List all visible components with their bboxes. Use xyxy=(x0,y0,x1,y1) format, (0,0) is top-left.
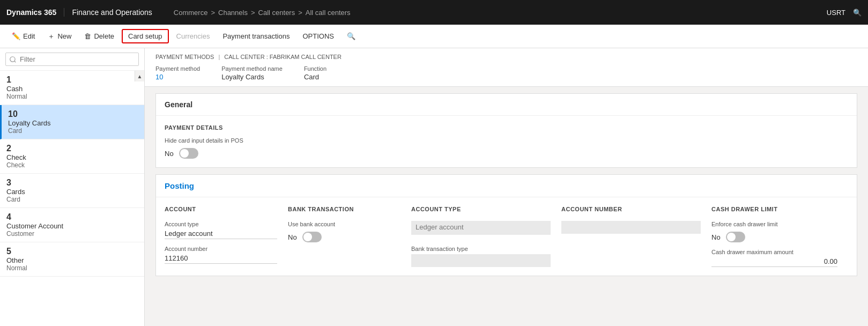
account-number-right-field xyxy=(561,221,701,234)
function-label: Function xyxy=(304,65,327,72)
item-5-name: Other xyxy=(6,256,138,264)
breadcrumb-payment-methods: PAYMENT METHODS xyxy=(155,54,214,60)
sidebar-item-1[interactable]: 1 Cash Normal xyxy=(0,71,144,105)
enforce-cash-toggle-row: No xyxy=(711,232,837,242)
item-2-number: 2 xyxy=(6,144,138,153)
toolbar-search-icon: 🔍 xyxy=(347,32,355,40)
account-col: ACCOUNT Account type Ledger account Acco… xyxy=(165,206,288,267)
item-1-name: Cash xyxy=(6,85,138,93)
bank-transaction-type-field: Bank transaction type xyxy=(411,246,551,267)
enforce-cash-label: Enforce cash drawer limit xyxy=(711,221,837,227)
brand: Dynamics 365 Finance and Operations xyxy=(6,8,152,17)
account-type-label: Account type xyxy=(165,221,277,227)
account-number-field: Account number 112160 xyxy=(165,246,277,264)
edit-button[interactable]: ✏️ Edit xyxy=(6,30,40,42)
general-section: General PAYMENT DETAILS Hide card input … xyxy=(155,93,857,168)
delete-icon: 🗑 xyxy=(84,32,91,40)
top-nav: Dynamics 365 Finance and Operations Comm… xyxy=(0,0,868,25)
username: USRT xyxy=(827,9,845,17)
filter-input[interactable] xyxy=(5,53,139,66)
card-setup-button[interactable]: Card setup xyxy=(122,29,169,43)
toolbar-search-button[interactable]: 🔍 xyxy=(342,30,361,42)
enforce-cash-field: Enforce cash drawer limit No xyxy=(711,221,837,242)
section-container: General PAYMENT DETAILS Hide card input … xyxy=(145,87,868,326)
payment-method-value[interactable]: 10 xyxy=(155,73,200,81)
account-type-right-field: Ledger account xyxy=(411,221,551,235)
currencies-button[interactable]: Currencies xyxy=(171,30,216,42)
use-bank-toggle-row: No xyxy=(288,232,400,242)
sidebar-item-3[interactable]: 3 Cards Card xyxy=(0,174,144,208)
search-icon[interactable]: 🔍 xyxy=(853,9,862,17)
new-icon: ＋ xyxy=(48,32,55,41)
hide-card-label: Hide card input details in POS xyxy=(165,137,848,144)
use-bank-account-label: Use bank account xyxy=(288,221,400,227)
payment-transactions-button[interactable]: Payment transactions xyxy=(217,30,295,42)
sidebar-item-4[interactable]: 4 Customer Account Customer xyxy=(0,208,144,242)
payment-details-label: PAYMENT DETAILS xyxy=(165,124,848,131)
hide-card-toggle[interactable] xyxy=(179,148,198,159)
scroll-up-button[interactable]: ▲ xyxy=(135,71,144,82)
delete-button[interactable]: 🗑 Delete xyxy=(79,30,120,42)
general-title: General xyxy=(156,94,857,116)
account-type-right-value: Ledger account xyxy=(411,221,551,235)
breadcrumb-sep2: > xyxy=(251,9,255,17)
item-3-sub: Card xyxy=(6,196,138,203)
breadcrumb-sep3: > xyxy=(298,9,302,17)
account-type-field: Account type Ledger account xyxy=(165,221,277,239)
use-bank-account-field: Use bank account No xyxy=(288,221,400,242)
sidebar-item-5[interactable]: 5 Other Normal xyxy=(0,242,144,277)
cash-max-field: Cash drawer maximum amount 0.00 xyxy=(711,249,837,267)
toolbar: ✏️ Edit ＋ New 🗑 Delete Card setup Curren… xyxy=(0,25,868,48)
sidebar-item-2[interactable]: 2 Check Check xyxy=(0,139,144,174)
breadcrumb-channels: Channels xyxy=(218,9,248,17)
posting-body: ACCOUNT Account type Ledger account Acco… xyxy=(156,197,857,276)
bank-transaction-type-value xyxy=(411,254,551,267)
cash-drawer-col: CASH DRAWER LIMIT Enforce cash drawer li… xyxy=(711,206,848,267)
options-button[interactable]: OPTIONS xyxy=(297,30,339,42)
account-number-value: 112160 xyxy=(165,254,277,264)
posting-grid: ACCOUNT Account type Ledger account Acco… xyxy=(165,206,848,267)
item-10-sub: Card xyxy=(8,127,138,135)
item-4-name: Customer Account xyxy=(6,222,138,230)
hide-card-toggle-row: No xyxy=(165,148,848,159)
item-5-sub: Normal xyxy=(6,264,138,272)
enforce-cash-toggle[interactable] xyxy=(726,232,745,242)
sidebar: ▲ 1 Cash Normal 10 Loyalty Cards Card 2 … xyxy=(0,48,145,326)
item-2-name: Check xyxy=(6,153,138,161)
use-bank-toggle[interactable] xyxy=(302,232,322,242)
breadcrumb-callcenters: Call centers xyxy=(258,9,295,17)
item-3-name: Cards xyxy=(6,188,138,196)
user-area: USRT 🔍 xyxy=(827,9,862,17)
top-breadcrumb: Commerce > Channels > Call centers > All… xyxy=(174,9,827,17)
breadcrumb-sep1: > xyxy=(211,9,215,17)
account-type-value: Ledger account xyxy=(165,229,277,239)
account-number-right-header: Account number xyxy=(561,206,701,212)
payment-method-label: Payment method xyxy=(155,65,200,72)
account-right-header: Account type xyxy=(411,206,551,212)
sidebar-list: ▲ 1 Cash Normal 10 Loyalty Cards Card 2 … xyxy=(0,71,144,326)
dynamics-brand: Dynamics 365 xyxy=(6,8,64,17)
account-number-right-col: Account number xyxy=(561,206,711,267)
main-layout: ▲ 1 Cash Normal 10 Loyalty Cards Card 2 … xyxy=(0,48,868,326)
bank-transaction-type-label: Bank transaction type xyxy=(411,246,551,252)
function-value: Card xyxy=(304,73,327,81)
enforce-cash-toggle-text: No xyxy=(711,233,721,241)
item-10-number: 10 xyxy=(8,109,138,119)
bank-transaction-col: BANK TRANSACTION Use bank account No xyxy=(288,206,411,267)
content-header: PAYMENT METHODS | CALL CENTER : FABRIKAM… xyxy=(145,48,868,87)
hide-card-toggle-text: No xyxy=(165,150,174,158)
payment-method-name-value: Loyalty Cards xyxy=(221,73,283,81)
header-fields: Payment method 10 Payment method name Lo… xyxy=(155,65,857,81)
cash-max-label: Cash drawer maximum amount xyxy=(711,249,837,255)
breadcrumb-sep: | xyxy=(218,54,220,60)
account-header: ACCOUNT xyxy=(165,206,277,212)
sidebar-item-10[interactable]: 10 Loyalty Cards Card xyxy=(0,105,144,139)
item-1-sub: Normal xyxy=(6,93,138,100)
general-body: PAYMENT DETAILS Hide card input details … xyxy=(156,116,857,167)
content-breadcrumb: PAYMENT METHODS | CALL CENTER : FABRIKAM… xyxy=(155,54,857,60)
sidebar-filter-area xyxy=(0,48,144,71)
new-button[interactable]: ＋ New xyxy=(42,29,77,43)
payment-method-name-label: Payment method name xyxy=(221,65,283,72)
item-3-number: 3 xyxy=(6,178,138,188)
item-4-number: 4 xyxy=(6,212,138,222)
